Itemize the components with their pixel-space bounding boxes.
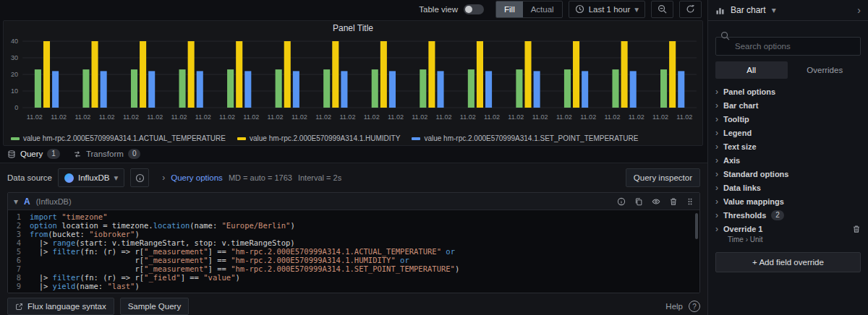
options-section-thresholds[interactable]: ›Thresholds2 [708,208,868,222]
bar[interactable] [621,41,628,108]
options-section-text-size[interactable]: ›Text size [708,139,868,153]
bar[interactable] [485,71,492,108]
bar[interactable] [276,69,282,108]
options-section-standard-options[interactable]: ›Standard options [708,167,868,181]
flux-code-editor[interactable]: 1import "timezone"2option location = tim… [8,210,699,293]
options-section-axis[interactable]: ›Axis [708,153,868,167]
bar[interactable] [148,71,155,108]
panel-title[interactable]: Panel Title [4,21,702,35]
bar[interactable] [669,41,676,108]
visualization-picker[interactable]: Bar chart ▾ › [708,0,868,21]
bar[interactable] [372,69,378,108]
legend-item[interactable]: value hm-rpc.2.000E570999A314.1.HUMIDITY [237,134,400,142]
bar[interactable] [564,69,571,108]
code-line[interactable]: 4 |> range(start: v.timeRangeStart, stop… [8,238,699,247]
bar[interactable] [437,71,443,108]
duplicate-query-icon[interactable] [634,197,643,206]
bar[interactable] [573,41,579,108]
question-circle-icon[interactable]: ? [689,301,700,312]
bar[interactable] [660,69,667,108]
bar[interactable] [35,69,41,108]
options-section-value-mappings[interactable]: ›Value mappings [708,194,868,208]
options-section-bar-chart[interactable]: ›Bar chart [708,98,868,112]
help-link[interactable]: Help [665,302,683,311]
bar[interactable] [428,41,435,108]
bar[interactable] [534,71,540,108]
code-token: or [446,247,455,256]
legend-item[interactable]: value hm-rpc.2.000E570999A314.1.SET_POIN… [412,134,638,142]
query-options[interactable]: › Query options MD = auto = 1763 Interva… [162,173,341,183]
bar[interactable] [612,69,618,108]
legend-item[interactable]: value hm-rpc.2.000E570999A314.1.ACTUAL_T… [11,134,226,142]
refresh-button[interactable] [679,1,702,18]
collapse-pane-icon[interactable]: › [857,4,861,16]
bar[interactable] [227,69,234,108]
bar[interactable] [389,71,396,108]
datasource-help-button[interactable] [130,168,149,187]
bar[interactable] [323,69,330,108]
bar[interactable] [420,69,426,108]
options-section-tooltip[interactable]: ›Tooltip [708,112,868,126]
remove-query-icon[interactable] [669,197,678,206]
editor-scrollbar[interactable] [695,213,698,239]
code-line[interactable]: 5 |> filter(fn: (r) => r["_measurement"]… [8,247,699,256]
bar[interactable] [236,41,242,108]
time-range-picker[interactable]: Last 1 hour ▾ [569,1,645,18]
bar[interactable] [131,69,137,108]
add-field-override-button[interactable]: + Add field override [715,252,861,272]
flux-syntax-button[interactable]: Flux language syntax [7,298,114,315]
bar[interactable] [516,69,522,108]
code-line[interactable]: 9 |> yield(name: "last") [8,282,699,290]
query-inspector-button[interactable]: Query inspector [626,168,700,187]
code-line[interactable]: 2option location = timezone.location(nam… [8,221,699,230]
trash-icon[interactable] [852,225,861,233]
code-line[interactable]: 3from(bucket: "iobroker") [8,230,699,238]
options-section-data-links[interactable]: ›Data links [708,181,868,194]
bar-chart[interactable]: 01020304011.0211.0211.0211.0211.0211.021… [4,35,702,131]
bar[interactable] [179,69,186,108]
fill-button[interactable]: Fill [496,1,523,17]
bar[interactable] [468,69,475,108]
tab-overrides[interactable]: Overrides [789,61,861,79]
table-view-toggle[interactable] [464,4,484,14]
bar[interactable] [101,71,107,108]
search-options-input[interactable] [715,37,861,56]
query-help-icon[interactable] [617,197,626,206]
code-line[interactable]: 8 |> filter(fn: (r) => r["_field"] == "v… [8,273,699,282]
options-section-panel-options[interactable]: ›Panel options [708,85,868,98]
bar[interactable] [582,71,588,108]
collapse-chevron-icon[interactable]: ▾ [14,197,18,207]
bar[interactable] [630,71,637,108]
bar[interactable] [293,71,299,108]
tab-all[interactable]: All [715,61,788,79]
options-section-legend[interactable]: ›Legend [708,126,868,139]
bar[interactable] [380,41,387,108]
bar[interactable] [197,71,203,108]
query-row-header[interactable]: ▾ A (InfluxDB) [8,193,699,210]
bar[interactable] [341,71,347,108]
datasource-picker[interactable]: InfluxDB ▾ [58,168,124,187]
hide-query-icon[interactable] [652,197,660,206]
code-line[interactable]: 1import "timezone" [8,212,699,221]
tab-query[interactable]: Query 1 [7,149,60,163]
bar[interactable] [92,41,98,108]
bar[interactable] [332,41,339,108]
code-line[interactable]: 7 r["_measurement"] == "hm-rpc.2.000E570… [8,264,699,273]
code-line[interactable]: 6 r["_measurement"] == "hm-rpc.2.000E570… [8,256,699,264]
bar[interactable] [678,71,684,108]
drag-handle-icon[interactable] [686,197,694,206]
bar[interactable] [188,41,195,108]
bar[interactable] [140,41,146,108]
sample-query-button[interactable]: Sample Query [120,298,190,315]
bar[interactable] [52,71,59,108]
options-section-override-1[interactable]: ›Override 1 [708,222,868,236]
bar[interactable] [82,69,89,108]
tab-transform[interactable]: Transform 0 [73,149,141,163]
bar[interactable] [477,41,483,108]
bar[interactable] [43,41,50,108]
bar[interactable] [284,41,291,108]
zoom-out-button[interactable] [651,1,673,18]
actual-button[interactable]: Actual [523,1,562,17]
bar[interactable] [524,41,531,108]
bar[interactable] [244,71,251,108]
